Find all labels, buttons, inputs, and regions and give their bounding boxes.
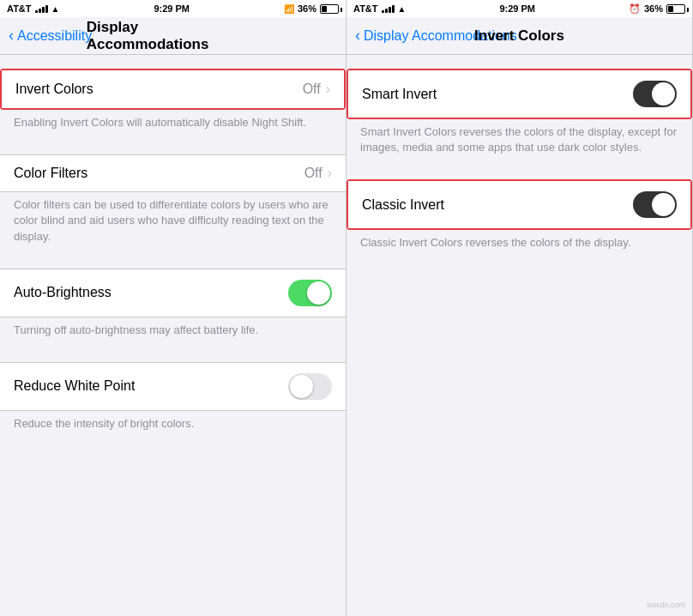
nav-title-left: Display Accommodations	[87, 19, 260, 53]
battery-percent-left: 36%	[298, 3, 316, 14]
signal-icon-right	[382, 4, 395, 13]
toggle-thumb-classic	[652, 193, 675, 216]
reduce-white-point-row[interactable]: Reduce White Point	[0, 362, 346, 411]
color-filters-label: Color Filters	[14, 166, 87, 181]
smart-invert-description: Smart Invert Colors reverses the colors …	[346, 119, 692, 166]
wifi-icon-right: ▲	[398, 4, 407, 14]
color-filters-value: Off	[304, 166, 322, 181]
classic-invert-toggle[interactable]	[633, 191, 677, 218]
invert-colors-value: Off	[303, 82, 321, 97]
back-button-left[interactable]: ‹ Accessibility	[9, 27, 92, 45]
invert-colors-right: Off ›	[303, 82, 330, 97]
time-left: 9:29 PM	[154, 3, 190, 14]
back-label-left: Accessibility	[17, 28, 92, 44]
color-filters-chevron: ›	[328, 166, 332, 181]
back-chevron-left: ‹	[9, 27, 14, 45]
carrier-left: AT&T	[7, 3, 32, 14]
status-left: AT&T ▲	[7, 3, 59, 14]
toggle-thumb-smart	[652, 82, 675, 106]
invert-colors-label: Invert Colors	[15, 82, 93, 97]
auto-brightness-label: Auto-Brightness	[14, 285, 111, 300]
color-filters-description: Color filters can be used to differentia…	[0, 192, 346, 255]
auto-brightness-group: Auto-Brightness Turning off auto-brightn…	[0, 269, 346, 348]
status-left-right: AT&T ▲	[353, 3, 406, 14]
smart-invert-toggle[interactable]	[633, 81, 677, 107]
nav-bar-right: ‹ Display Accommodations Invert Colors	[346, 17, 692, 55]
right-panel: AT&T ▲ 9:29 PM ⏰ 36% ‹ Display Accommoda…	[346, 0, 693, 616]
signal-icon	[35, 4, 48, 13]
carrier-right: AT&T	[353, 3, 378, 14]
time-right: 9:29 PM	[499, 3, 535, 14]
invert-colors-chevron: ›	[326, 82, 330, 97]
auto-brightness-toggle[interactable]	[288, 280, 332, 306]
status-bar-right: AT&T ▲ 9:29 PM ⏰ 36%	[346, 0, 692, 17]
classic-invert-group: Classic Invert Classic Invert Colors rev…	[346, 179, 692, 261]
smart-invert-row[interactable]: Smart Invert	[348, 70, 690, 118]
color-filters-group: Color Filters Off › Color filters can be…	[0, 154, 346, 255]
reduce-white-point-toggle[interactable]	[288, 373, 332, 400]
classic-invert-label: Classic Invert	[362, 197, 444, 213]
smart-invert-label: Smart Invert	[362, 87, 437, 102]
smart-invert-group: Smart Invert Smart Invert Colors reverse…	[346, 69, 692, 166]
classic-invert-row[interactable]: Classic Invert	[348, 181, 690, 228]
content-left: Invert Colors Off › Enabling Invert Colo…	[0, 55, 346, 616]
auto-brightness-row[interactable]: Auto-Brightness	[0, 269, 346, 317]
auto-brightness-description: Turning off auto-brightness may affect b…	[0, 317, 346, 348]
alarm-icon: ⏰	[629, 3, 641, 15]
status-right-left: 📶 36%	[284, 3, 339, 14]
status-bar-left: AT&T ▲ 9:29 PM 📶 36%	[0, 0, 346, 17]
status-right-right: ⏰ 36%	[629, 3, 685, 15]
content-right: Smart Invert Smart Invert Colors reverse…	[346, 55, 692, 616]
left-panel: AT&T ▲ 9:29 PM 📶 36% ‹ Accessibility Dis…	[0, 0, 346, 616]
nav-bar-left: ‹ Accessibility Display Accommodations	[0, 17, 346, 55]
invert-colors-group: Invert Colors Off › Enabling Invert Colo…	[0, 69, 346, 141]
battery-icon-right	[666, 4, 685, 14]
wifi-icon: ▲	[51, 4, 60, 14]
nav-title-right: Invert Colors	[474, 27, 564, 45]
color-filters-row[interactable]: Color Filters Off ›	[0, 154, 346, 192]
classic-invert-description: Classic Invert Colors reverses the color…	[346, 230, 692, 261]
reduce-white-point-description: Reduce the intensity of bright colors.	[0, 411, 346, 442]
invert-colors-description: Enabling Invert Colors will automaticall…	[0, 110, 346, 141]
reduce-white-point-label: Reduce White Point	[14, 378, 135, 394]
bluetooth-icon: 📶	[284, 4, 294, 14]
toggle-thumb-rwp	[290, 375, 313, 398]
watermark: wsxdn.com	[647, 601, 685, 609]
color-filters-right: Off ›	[304, 166, 332, 181]
reduce-white-point-group: Reduce White Point Reduce the intensity …	[0, 362, 346, 442]
battery-icon-left	[320, 4, 339, 14]
battery-percent-right: 36%	[644, 3, 663, 14]
toggle-thumb-auto	[307, 281, 330, 305]
back-chevron-right: ‹	[355, 27, 360, 45]
invert-colors-row[interactable]: Invert Colors Off ›	[2, 70, 344, 108]
